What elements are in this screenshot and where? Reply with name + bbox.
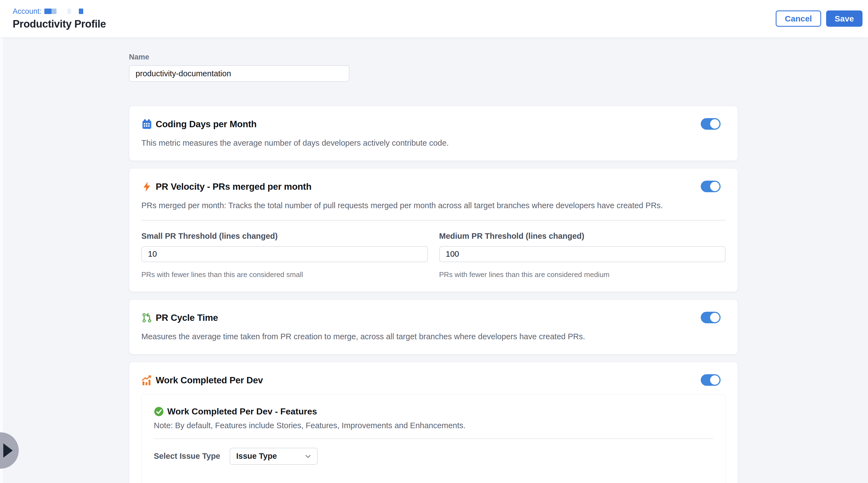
calendar-icon: [142, 119, 152, 130]
breadcrumb: Account:: [13, 7, 868, 16]
coding-days-toggle[interactable]: [701, 118, 720, 130]
pr-cycle-time-toggle[interactable]: [701, 312, 720, 323]
small-pr-threshold-helper: PRs with fewer lines than this are consi…: [142, 270, 428, 279]
work-completed-toggle[interactable]: [701, 374, 720, 386]
expand-arrow-icon: [3, 443, 13, 458]
chevron-down-icon: [305, 453, 312, 460]
card-pr-cycle-time: PR Cycle Time Measures the average time …: [129, 299, 738, 354]
subsection-note: Note: By default, Features include Stori…: [154, 421, 713, 430]
medium-pr-threshold-input[interactable]: [439, 246, 726, 262]
toggle-knob: [710, 119, 719, 129]
issue-type-value: Issue Type: [236, 452, 305, 461]
pull-request-icon: [142, 312, 152, 323]
metric-title: PR Cycle Time: [156, 313, 218, 323]
metric-title: PR Velocity - PRs merged per month: [156, 182, 311, 192]
medium-pr-threshold-label: Medium PR Threshold (lines changed): [439, 232, 726, 241]
pr-velocity-toggle[interactable]: [701, 181, 720, 192]
check-circle-icon: [154, 407, 164, 417]
lightning-icon: [142, 181, 152, 192]
chart-increasing-icon: [142, 375, 152, 386]
account-redacted-block: [79, 8, 83, 14]
name-input[interactable]: [129, 65, 349, 82]
threshold-fields: Small PR Threshold (lines changed) PRs w…: [142, 232, 725, 279]
card-coding-days: Coding Days per Month This metric measur…: [129, 106, 738, 161]
small-pr-threshold-group: Small PR Threshold (lines changed) PRs w…: [142, 232, 428, 279]
profile-form: Name Coding Days per Month This metric m…: [129, 38, 738, 483]
metric-description: Measures the average time taken from PR …: [142, 331, 725, 342]
cancel-button[interactable]: Cancel: [776, 10, 821, 27]
collapsed-sidebar-edge: [0, 0, 3, 483]
medium-pr-threshold-group: Medium PR Threshold (lines changed) PRs …: [439, 232, 726, 279]
toggle-knob: [710, 375, 719, 385]
card-work-completed: Work Completed Per Dev Work Completed Pe…: [129, 362, 738, 483]
issue-type-label: Select Issue Type: [154, 452, 220, 461]
card-divider: [142, 220, 725, 221]
account-redacted-block: [52, 8, 57, 14]
toggle-knob: [710, 182, 719, 191]
name-label: Name: [129, 53, 149, 61]
account-link[interactable]: Account:: [13, 7, 41, 16]
page-header: Account: Productivity Profile Cancel Sav…: [0, 0, 868, 38]
account-redacted-block: [67, 8, 71, 14]
metric-description: This metric measures the average number …: [142, 138, 725, 148]
header-actions: Cancel Save: [776, 10, 863, 27]
sidebar-expand-handle[interactable]: [0, 432, 19, 469]
metric-title: Work Completed Per Dev: [156, 375, 263, 386]
subsection-title: Work Completed Per Dev - Features: [167, 407, 317, 417]
panel-divider: [154, 439, 713, 439]
account-redacted-block: [44, 8, 52, 14]
medium-pr-threshold-helper: PRs with fewer lines than this are consi…: [439, 270, 726, 279]
card-pr-velocity: PR Velocity - PRs merged per month PRs m…: [129, 168, 738, 292]
toggle-knob: [710, 313, 719, 322]
issue-type-dropdown[interactable]: Issue Type: [229, 448, 318, 465]
save-button[interactable]: Save: [826, 10, 863, 27]
work-completed-features-panel: Work Completed Per Dev - Features Note: …: [142, 394, 725, 483]
small-pr-threshold-input[interactable]: [142, 246, 428, 262]
page-title: Productivity Profile: [13, 18, 868, 30]
metric-description: PRs merged per month: Tracks the total n…: [142, 200, 725, 211]
small-pr-threshold-label: Small PR Threshold (lines changed): [142, 232, 428, 241]
metric-title: Coding Days per Month: [156, 119, 256, 129]
issue-type-row: Select Issue Type Issue Type: [154, 448, 713, 465]
